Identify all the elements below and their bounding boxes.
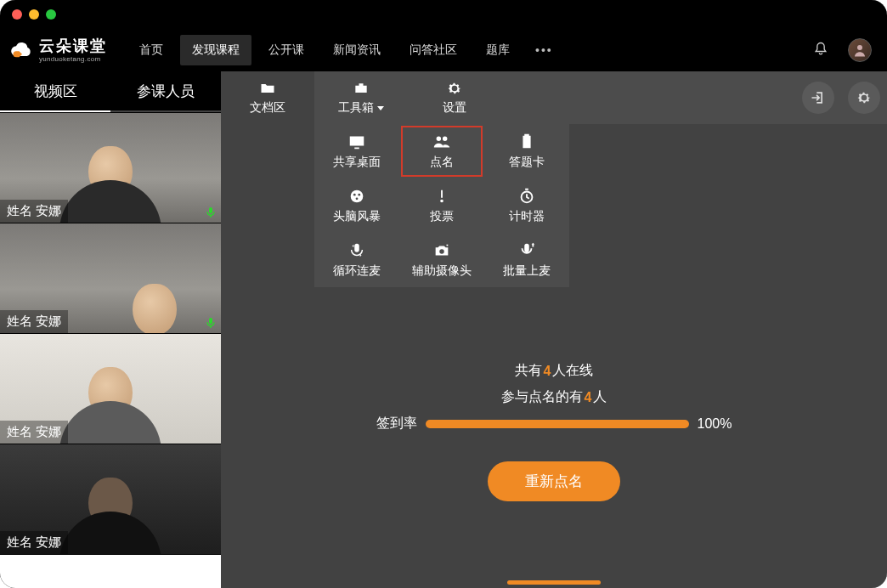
gear-icon	[856, 89, 873, 106]
people-icon	[432, 133, 451, 151]
nav-bank[interactable]: 题库	[474, 35, 522, 65]
svg-point-6	[439, 249, 444, 254]
nav-discover[interactable]: 发现课程	[180, 35, 251, 65]
settings-button[interactable]	[848, 82, 880, 114]
toolbox-tab[interactable]: 工具箱	[314, 71, 408, 124]
nav-news[interactable]: 新闻资讯	[321, 35, 393, 65]
video-feed: 姓名 安娜 姓名 安娜 姓名 安娜 姓名 安娜	[0, 112, 221, 588]
tool-aux-camera[interactable]: 辅助摄像头	[399, 233, 484, 287]
brand-sub: yunduoketang.com	[39, 55, 107, 63]
svg-point-0	[857, 45, 862, 50]
cloud-icon	[10, 38, 34, 62]
rollcall-panel: 共有 4 人在线 参与点名的有 4 人 签到率 100% 重新点名	[350, 362, 758, 501]
settings-tab[interactable]: 设置	[408, 71, 501, 124]
toolbox-label: 工具箱	[338, 100, 374, 116]
zoom-dot[interactable]	[46, 9, 56, 20]
tool-roll-call[interactable]: 点名	[399, 124, 484, 178]
exit-button[interactable]	[802, 82, 834, 114]
progress-bar	[426, 420, 689, 428]
right-top-row: 文档区 工具箱 设置	[221, 71, 887, 124]
gear-icon	[445, 80, 464, 97]
rate-label: 签到率	[376, 415, 417, 433]
participated-line: 参与点名的有 4 人	[501, 388, 607, 406]
top-nav: 云朵课堂 yunduoketang.com 首页 发现课程 公开课 新闻资讯 问…	[0, 29, 887, 71]
vote-icon	[432, 187, 451, 206]
nav-items: 首页 发现课程 公开课 新闻资讯 问答社区 题库 •••	[127, 35, 562, 65]
online-count: 4	[544, 364, 551, 379]
left-panel: 视频区 参课人员 姓名 安娜 姓名 安娜 姓名 安娜	[0, 71, 221, 588]
exit-icon	[810, 89, 827, 106]
online-line: 共有 4 人在线	[515, 362, 594, 380]
window-titlebar	[0, 0, 887, 29]
nav-home[interactable]: 首页	[127, 35, 175, 65]
camera-plus-icon	[432, 241, 451, 260]
brand-logo[interactable]: 云朵课堂 yunduoketang.com	[10, 38, 107, 63]
tool-batch-mic[interactable]: 批量上麦	[484, 233, 569, 287]
tool-timer[interactable]: 计时器	[484, 178, 569, 233]
video-tile[interactable]: 姓名 安娜	[0, 333, 221, 444]
tab-attendees[interactable]: 参课人员	[110, 71, 221, 112]
mic-up-icon	[517, 241, 536, 260]
docs-label: 文档区	[250, 100, 285, 116]
settings-label: 设置	[443, 100, 466, 116]
tool-share-desktop[interactable]: 共享桌面	[314, 124, 399, 178]
brain-icon	[347, 187, 366, 206]
folder-icon	[258, 80, 277, 97]
tab-video[interactable]: 视频区	[0, 71, 110, 112]
video-tile[interactable]: 姓名 安娜	[0, 112, 221, 223]
share-screen-icon	[347, 133, 366, 151]
user-avatar[interactable]	[848, 38, 872, 62]
tile-label: 姓名 安娜	[0, 200, 68, 223]
brand-name: 云朵课堂	[39, 37, 107, 54]
mic-icon	[204, 206, 218, 219]
participated-count: 4	[585, 390, 592, 405]
close-dot[interactable]	[12, 9, 22, 20]
nav-qa[interactable]: 问答社区	[398, 35, 469, 65]
nav-more[interactable]: •••	[527, 43, 562, 57]
re-rollcall-button[interactable]: 重新点名	[488, 461, 620, 501]
main-panel: 文档区 工具箱 设置	[221, 71, 887, 588]
mic-icon	[204, 316, 218, 330]
tile-label: 姓名 安娜	[0, 310, 68, 333]
timer-icon	[517, 187, 536, 206]
rate-value: 100%	[698, 416, 732, 432]
caret-down-icon	[377, 106, 384, 110]
video-tile[interactable]: 姓名 安娜	[0, 444, 221, 554]
loop-mic-icon	[347, 241, 366, 260]
tool-answer-card[interactable]: 答题卡	[484, 124, 569, 178]
minimize-dot[interactable]	[29, 9, 39, 20]
tool-vote[interactable]: 投票	[399, 178, 484, 233]
video-tile[interactable]: 姓名 安娜	[0, 223, 221, 333]
toolbox-dropdown: 共享桌面 点名 答题卡 头脑风暴 投票	[314, 124, 569, 287]
svg-point-2	[353, 194, 356, 196]
svg-point-4	[356, 197, 359, 200]
toolbox-icon	[352, 80, 370, 97]
tile-label: 姓名 安娜	[0, 421, 68, 444]
tool-brainstorm[interactable]: 头脑风暴	[314, 178, 399, 233]
tool-loop-mic[interactable]: 循环连麦	[314, 233, 399, 287]
signin-rate-row: 签到率 100%	[350, 415, 758, 433]
svg-point-3	[358, 194, 360, 196]
clipboard-icon	[517, 133, 536, 151]
tile-label: 姓名 安娜	[0, 531, 68, 554]
docs-tab[interactable]: 文档区	[221, 71, 314, 124]
video-tile-empty	[0, 554, 221, 588]
bottom-scroll-indicator[interactable]	[507, 580, 601, 585]
nav-open[interactable]: 公开课	[257, 35, 316, 65]
svg-point-1	[351, 190, 364, 203]
bell-icon[interactable]	[812, 41, 829, 60]
